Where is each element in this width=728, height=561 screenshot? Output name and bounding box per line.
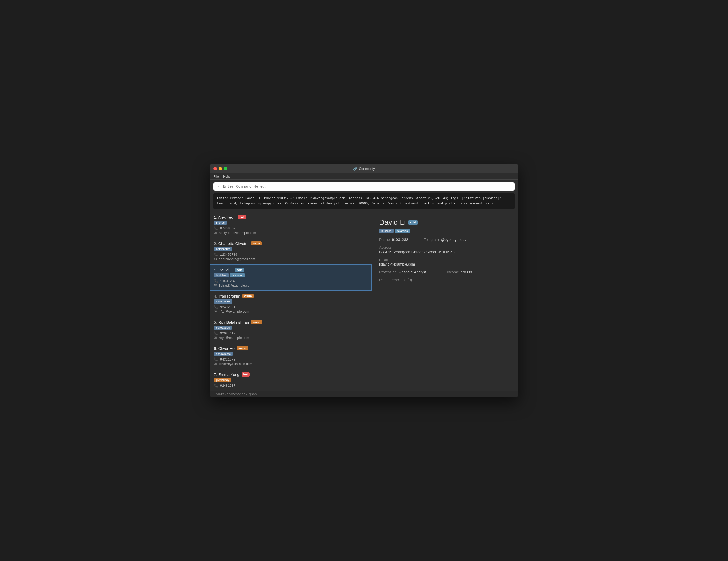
minimize-button[interactable]	[219, 167, 222, 170]
detail-email-value: lidavid@example.com	[379, 262, 511, 266]
phone-row: 📞92492021	[214, 305, 367, 309]
lead-badge: cold	[235, 268, 244, 272]
contact-item-7[interactable]: 7. Emma Yonghotgymbuddy📞92481237	[210, 369, 372, 391]
menu-help[interactable]: Help	[223, 174, 230, 178]
contact-header: 6. Oliver Howarm	[214, 346, 367, 351]
detail-phone-value: 91031282	[392, 237, 408, 242]
phone-value: 92492021	[220, 305, 235, 309]
app-title: Connectify	[359, 167, 375, 171]
lead-badge: warm	[242, 294, 254, 298]
tag-relatives: relatives	[230, 273, 245, 277]
email-icon: ✉	[214, 284, 217, 287]
traffic-lights	[213, 167, 227, 170]
command-input[interactable]	[223, 184, 511, 189]
tags-row: friends	[214, 220, 367, 225]
phone-icon: 📞	[214, 252, 218, 256]
contact-header: 1. Alex Yeohhot	[214, 215, 367, 219]
email-icon: ✉	[214, 362, 217, 366]
detail-name: David Li cold	[379, 218, 511, 226]
email-icon: ✉	[214, 257, 217, 261]
lead-badge: hot	[238, 215, 246, 219]
phone-row: 📞94321678	[214, 358, 367, 361]
contact-header: 2. Charlotte Oliveirowarm	[214, 241, 367, 246]
detail-tag-relatives: relatives	[395, 229, 410, 233]
contact-item-5[interactable]: 5. Roy Balakrishnanwarmcolleagues📞926244…	[210, 317, 372, 343]
phone-row: 📞91031282	[214, 279, 367, 283]
email-row: ✉irfan@example.com	[214, 310, 367, 314]
email-row: ✉royb@example.com	[214, 336, 367, 340]
detail-profession-field: Profession Financial Analyst	[379, 270, 426, 274]
tags-row: classmates	[214, 299, 367, 304]
contact-item-1[interactable]: 1. Alex Yeohhotfriends📞87438807✉alexyeoh…	[210, 212, 372, 238]
email-value: royb@example.com	[219, 336, 249, 340]
menu-file[interactable]: File	[213, 174, 219, 178]
tags-row: buddiesrelatives	[214, 273, 367, 277]
lead-badge: warm	[251, 320, 262, 324]
phone-row: 📞123456789	[214, 252, 367, 256]
contact-name: 6. Oliver Ho	[214, 346, 235, 351]
contact-list: 1. Alex Yeohhotfriends📞87438807✉alexyeoh…	[210, 212, 372, 391]
contact-item-6[interactable]: 6. Oliver Howarmschoolmate📞94321678✉oliv…	[210, 343, 372, 369]
email-value: irfan@example.com	[219, 310, 249, 314]
detail-phone-label: Phone	[379, 237, 390, 242]
window-title: 🔗 Connectify	[353, 167, 375, 171]
email-row: ✉lidavid@example.com	[214, 284, 367, 287]
email-row: ✉charoliviero@gmail.com	[214, 257, 367, 261]
lead-badge: warm	[237, 346, 248, 350]
phone-icon: 📞	[214, 331, 218, 335]
detail-telegram-value: @pyonpyondav	[441, 237, 467, 242]
detail-name-text: David Li	[379, 218, 406, 226]
lead-badge: warm	[251, 241, 262, 245]
command-bar: >_	[213, 182, 515, 191]
output-box: Edited Person: David Li; Phone: 91031282…	[213, 193, 515, 209]
detail-address-value: Blk 436 Serangoon Gardens Street 26, #16…	[379, 250, 511, 254]
detail-tags: buddiesrelatives	[379, 229, 511, 233]
contact-item-2[interactable]: 2. Charlotte Oliveirowarmneighbours📞1234…	[210, 238, 372, 264]
contact-item-3[interactable]: 3. David Licoldbuddiesrelatives📞91031282…	[210, 264, 372, 291]
tag-schoolmate: schoolmate	[214, 352, 233, 356]
phone-value: 91031282	[220, 279, 236, 283]
phone-value: 92481237	[220, 384, 235, 388]
maximize-button[interactable]	[224, 167, 227, 170]
command-prompt: >_	[217, 184, 221, 189]
email-row: ✉oliverh@example.com	[214, 362, 367, 366]
detail-panel: David Li cold buddiesrelatives Phone 910…	[372, 212, 518, 391]
detail-tag-buddies: buddies	[379, 229, 394, 233]
contact-name: 7. Emma Yong	[214, 372, 240, 377]
tag-colleagues: colleagues	[214, 326, 232, 330]
menu-bar: File Help	[210, 173, 518, 180]
contact-name: 4. Irfan Ibrahim	[214, 294, 240, 298]
contact-name: 3. David Li	[214, 268, 233, 272]
contact-item-4[interactable]: 4. Irfan Ibrahimwarmclassmates📞92492021✉…	[210, 291, 372, 317]
email-row: ✉alexyeoh@example.com	[214, 231, 367, 235]
contact-header: 3. David Licold	[214, 268, 367, 272]
tag-buddies: buddies	[214, 273, 229, 277]
close-button[interactable]	[213, 167, 217, 170]
phone-value: 92624417	[220, 331, 235, 335]
detail-income-label: Income	[447, 270, 459, 274]
phone-icon: 📞	[214, 358, 218, 361]
detail-email-field: Email lidavid@example.com	[379, 258, 511, 266]
email-icon: ✉	[214, 310, 217, 314]
phone-row: 📞87438807	[214, 226, 367, 230]
contact-name: 2. Charlotte Oliveiro	[214, 241, 249, 246]
main-window: 🔗 Connectify File Help >_ Edited Person:…	[210, 163, 518, 397]
tags-row: colleagues	[214, 326, 367, 330]
title-bar: 🔗 Connectify	[210, 163, 518, 173]
email-value: oliverh@example.com	[219, 362, 253, 366]
tags-row: neighbours	[214, 247, 367, 251]
detail-profession-value: Financial Analyst	[399, 270, 426, 274]
tag-classmates: classmates	[214, 299, 232, 304]
email-value: lidavid@example.com	[219, 284, 252, 287]
phone-icon: 📞	[214, 305, 218, 309]
tag-friends: friends	[214, 220, 227, 225]
email-value: alexyeoh@example.com	[219, 231, 256, 235]
output-text: Edited Person: David Li; Phone: 91031282…	[217, 196, 501, 205]
phone-icon: 📞	[214, 384, 218, 388]
detail-income-field: Income $90000	[447, 270, 473, 274]
phone-icon: 📞	[214, 279, 218, 283]
email-icon: ✉	[214, 231, 217, 235]
phone-row: 📞92481237	[214, 384, 367, 388]
tag-neighbours: neighbours	[214, 247, 232, 251]
detail-address-label: Address	[379, 245, 511, 249]
